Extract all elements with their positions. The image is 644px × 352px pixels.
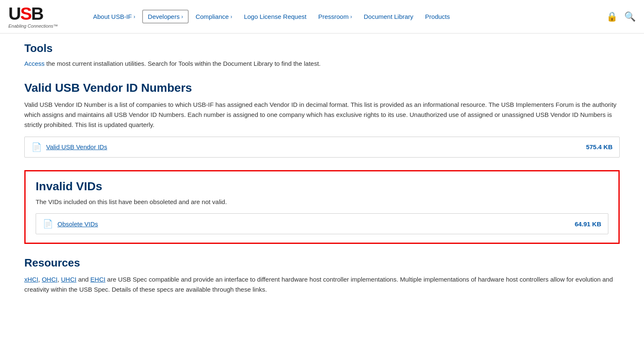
resources-section: Resources xHCI, OHCI, UHCI and EHCI are …	[24, 256, 620, 295]
main-content: Tools Access the most current installati…	[12, 34, 632, 320]
tools-access-link[interactable]: Access	[24, 60, 44, 67]
vendor-heading: Valid USB Vendor ID Numbers	[24, 81, 620, 95]
lock-icon[interactable]: 🔒	[606, 11, 618, 22]
main-nav: About USB-IF › Developers › Compliance ›…	[88, 10, 606, 23]
nav-products[interactable]: Products	[420, 10, 455, 23]
file-icon: 📄	[43, 219, 53, 229]
vendor-file-link[interactable]: Valid USB Vendor IDs	[46, 143, 107, 150]
chevron-icon: ›	[134, 14, 135, 20]
invalid-file-row: 📄 Obsolete VIDs 64.91 KB	[36, 213, 608, 234]
file-icon: 📄	[31, 142, 42, 152]
vendor-file-row: 📄 Valid USB Vendor IDs 575.4 KB	[24, 137, 620, 158]
nav-developers[interactable]: Developers ›	[142, 10, 189, 23]
resources-heading: Resources	[24, 256, 620, 269]
tools-heading: Tools	[24, 42, 620, 55]
tools-section: Tools Access the most current installati…	[24, 42, 620, 69]
tools-description: Access the most current installation uti…	[24, 59, 620, 69]
invalid-vids-heading: Invalid VIDs	[36, 180, 608, 193]
invalid-vids-description: The VIDs included on this list have been…	[36, 197, 608, 207]
nav-pressroom[interactable]: Pressroom ›	[313, 10, 357, 23]
logo-area: USB Enabling Connections™	[8, 5, 75, 28]
tools-text: the most current installation utilities.…	[47, 60, 321, 67]
chevron-icon: ›	[350, 14, 352, 20]
invalid-file-left: 📄 Obsolete VIDs	[43, 219, 98, 229]
vendor-section: Valid USB Vendor ID Numbers Valid USB Ve…	[24, 81, 620, 158]
vendor-file-size: 575.4 KB	[586, 143, 613, 150]
nav-compliance[interactable]: Compliance ›	[190, 10, 237, 23]
logo-tagline: Enabling Connections™	[8, 23, 75, 28]
chevron-icon: ›	[181, 14, 183, 20]
search-icon[interactable]: 🔍	[624, 11, 636, 22]
header-right: 🔒 🔍	[606, 11, 636, 22]
site-header: USB Enabling Connections™ About USB-IF ›…	[0, 0, 644, 34]
resources-description: xHCI, OHCI, UHCI and EHCI are USB Spec c…	[24, 274, 620, 295]
ehci-link[interactable]: EHCI	[91, 276, 106, 283]
chevron-icon: ›	[231, 14, 232, 20]
nav-about[interactable]: About USB-IF ›	[88, 10, 140, 23]
invalid-file-size: 64.91 KB	[575, 220, 601, 228]
nav-document-library[interactable]: Document Library	[358, 10, 418, 23]
vendor-description: Valid USB Vendor ID Number is a list of …	[24, 100, 620, 130]
nav-logo-license[interactable]: Logo License Request	[239, 10, 312, 23]
vendor-file-left: 📄 Valid USB Vendor IDs	[31, 142, 107, 152]
invalid-file-link[interactable]: Obsolete VIDs	[57, 220, 98, 228]
xhci-link[interactable]: xHCI	[24, 276, 38, 283]
invalid-vids-section: Invalid VIDs The VIDs included on this l…	[24, 170, 620, 244]
ohci-link[interactable]: OHCI	[42, 276, 58, 283]
uhci-link[interactable]: UHCI	[61, 276, 77, 283]
logo-usb: USB	[8, 5, 75, 23]
